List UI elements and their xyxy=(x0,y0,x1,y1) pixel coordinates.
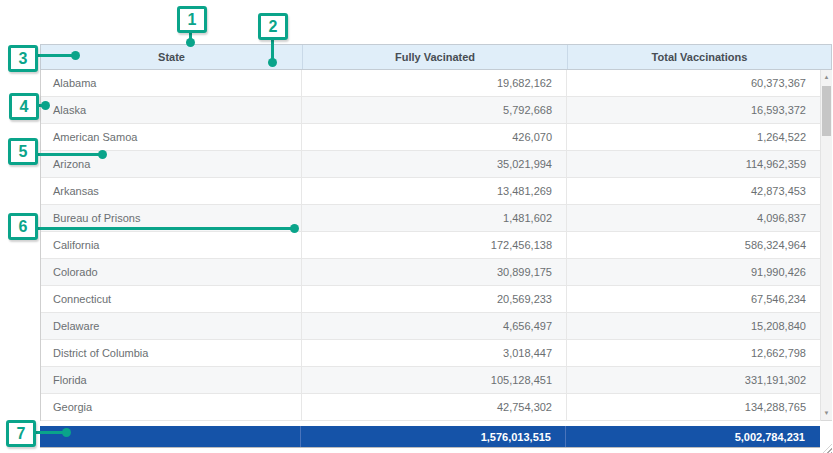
table-body: Alabama 19,682,162 60,373,367 Alaska 5,7… xyxy=(40,70,820,421)
fully-vaccinated-cell: 426,070 xyxy=(302,124,567,150)
state-cell: California xyxy=(41,232,302,258)
table-row[interactable]: American Samoa 426,070 1,264,522 xyxy=(41,124,820,151)
total-vaccinations-cell: 114,962,359 xyxy=(567,151,820,177)
callout-5: 5 xyxy=(8,138,38,165)
total-vaccinations-cell: 16,593,372 xyxy=(567,97,820,123)
state-cell: Alabama xyxy=(41,70,302,96)
fully-vaccinated-cell: 3,018,447 xyxy=(302,340,567,366)
callout-number: 3 xyxy=(19,50,28,68)
totals-fully-vaccinated-cell: 1,576,013,515 xyxy=(301,426,566,447)
scrollbar-divider xyxy=(821,420,832,421)
totals-row[interactable]: 1,576,013,515 5,002,784,231 xyxy=(40,426,820,447)
callout-2: 2 xyxy=(258,13,288,40)
callout-number: 6 xyxy=(19,218,28,236)
state-cell: Florida xyxy=(41,367,302,393)
callout-1: 1 xyxy=(177,6,207,33)
table-row[interactable]: Georgia 42,754,302 134,288,765 xyxy=(41,394,820,421)
fully-vaccinated-cell: 13,481,269 xyxy=(302,178,567,204)
total-vaccinations-cell: 67,546,234 xyxy=(567,286,820,312)
callout-number: 5 xyxy=(19,143,28,161)
total-vaccinations-cell: 42,873,453 xyxy=(567,178,820,204)
callout-number: 4 xyxy=(20,98,29,116)
callout-3-dot xyxy=(71,51,80,60)
callout-number: 7 xyxy=(17,425,26,443)
state-cell: Delaware xyxy=(41,313,302,339)
callout-4-dot xyxy=(41,101,50,110)
state-cell: Alaska xyxy=(41,97,302,123)
table-row[interactable]: Alaska 5,792,668 16,593,372 xyxy=(41,97,820,124)
callout-2-dot xyxy=(268,58,277,67)
fully-vaccinated-cell: 5,792,668 xyxy=(302,97,567,123)
total-vaccinations-cell: 60,373,367 xyxy=(567,70,820,96)
table-row[interactable]: Alabama 19,682,162 60,373,367 xyxy=(41,70,820,97)
fully-vaccinated-cell: 19,682,162 xyxy=(302,70,567,96)
vertical-scrollbar[interactable]: ▲ ▼ xyxy=(820,70,832,421)
callout-6-line xyxy=(34,227,292,230)
table-row[interactable]: Connecticut 20,569,233 67,546,234 xyxy=(41,286,820,313)
table-row[interactable]: California 172,456,138 586,324,964 xyxy=(41,232,820,259)
scrollbar-thumb[interactable] xyxy=(822,86,831,136)
resize-grip-icon[interactable] xyxy=(823,444,832,453)
fully-vaccinated-cell: 42,754,302 xyxy=(302,394,567,420)
fully-vaccinated-cell: 172,456,138 xyxy=(302,232,567,258)
column-header-state[interactable]: State xyxy=(41,45,303,69)
total-vaccinations-cell: 1,264,522 xyxy=(567,124,820,150)
callout-5-line xyxy=(34,153,100,156)
state-cell: Colorado xyxy=(41,259,302,285)
callout-6: 6 xyxy=(8,213,38,240)
column-header-fully-vaccinated[interactable]: Fully Vacinated xyxy=(303,45,568,69)
scroll-down-icon[interactable]: ▼ xyxy=(821,407,832,419)
state-cell: Georgia xyxy=(41,394,302,420)
fully-vaccinated-cell: 35,021,994 xyxy=(302,151,567,177)
callout-3-line xyxy=(36,54,76,57)
state-cell: American Samoa xyxy=(41,124,302,150)
fully-vaccinated-cell: 4,656,497 xyxy=(302,313,567,339)
total-vaccinations-cell: 331,191,302 xyxy=(567,367,820,393)
callout-number: 2 xyxy=(269,18,278,36)
column-header-total-vaccinations[interactable]: Total Vaccinations xyxy=(568,45,831,69)
total-vaccinations-cell: 15,208,840 xyxy=(567,313,820,339)
callout-6-dot xyxy=(290,224,299,233)
callout-3: 3 xyxy=(8,45,38,72)
table-row[interactable]: District of Columbia 3,018,447 12,662,79… xyxy=(41,340,820,367)
total-vaccinations-cell: 4,096,837 xyxy=(567,205,820,231)
callout-1-dot xyxy=(186,38,195,47)
state-cell: District of Columbia xyxy=(41,340,302,366)
callout-7: 7 xyxy=(6,420,36,447)
state-cell: Arkansas xyxy=(41,178,302,204)
table-row[interactable]: Arizona 35,021,994 114,962,359 xyxy=(41,151,820,178)
total-vaccinations-cell: 586,324,964 xyxy=(567,232,820,258)
table-row[interactable]: Florida 105,128,451 331,191,302 xyxy=(41,367,820,394)
scroll-up-icon[interactable]: ▲ xyxy=(821,71,832,83)
total-vaccinations-cell: 91,990,426 xyxy=(567,259,820,285)
callout-number: 1 xyxy=(188,11,197,29)
table-header-row: State Fully Vacinated Total Vaccinations xyxy=(40,44,832,70)
totals-state-cell xyxy=(40,426,301,447)
fully-vaccinated-cell: 1,481,602 xyxy=(302,205,567,231)
total-vaccinations-cell: 12,662,798 xyxy=(567,340,820,366)
total-vaccinations-cell: 134,288,765 xyxy=(567,394,820,420)
callout-4: 4 xyxy=(9,93,39,120)
fully-vaccinated-cell: 105,128,451 xyxy=(302,367,567,393)
table-row[interactable]: Delaware 4,656,497 15,208,840 xyxy=(41,313,820,340)
table-row[interactable]: Colorado 30,899,175 91,990,426 xyxy=(41,259,820,286)
vaccination-table-screenshot: State Fully Vacinated Total Vaccinations… xyxy=(0,0,833,453)
callout-5-dot xyxy=(98,150,107,159)
table-row[interactable]: Arkansas 13,481,269 42,873,453 xyxy=(41,178,820,205)
totals-total-vaccinations-cell: 5,002,784,231 xyxy=(566,426,819,447)
table-bottom-border xyxy=(40,447,820,448)
fully-vaccinated-cell: 30,899,175 xyxy=(302,259,567,285)
state-cell: Connecticut xyxy=(41,286,302,312)
fully-vaccinated-cell: 20,569,233 xyxy=(302,286,567,312)
callout-7-dot xyxy=(62,428,71,437)
